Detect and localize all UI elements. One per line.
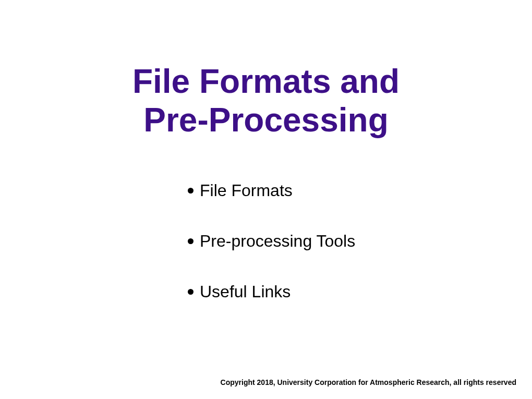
bullet-icon	[188, 188, 194, 194]
copyright-footer: Copyright 2018, University Corporation f…	[221, 378, 516, 386]
slide-container: File Formats and Pre-Processing File For…	[0, 0, 532, 399]
bullet-list: File Formats Pre-processing Tools Useful…	[31, 181, 501, 301]
list-item: Useful Links	[188, 282, 501, 301]
slide-title: File Formats and Pre-Processing	[31, 63, 501, 139]
title-line-2: Pre-Processing	[143, 101, 389, 139]
list-item: Pre-processing Tools	[188, 232, 501, 251]
list-item: File Formats	[188, 181, 501, 200]
bullet-icon	[188, 238, 194, 244]
bullet-text: Pre-processing Tools	[200, 232, 355, 251]
bullet-icon	[188, 289, 194, 295]
bullet-text: Useful Links	[200, 282, 291, 301]
title-line-1: File Formats and	[132, 63, 400, 100]
bullet-text: File Formats	[200, 181, 293, 200]
